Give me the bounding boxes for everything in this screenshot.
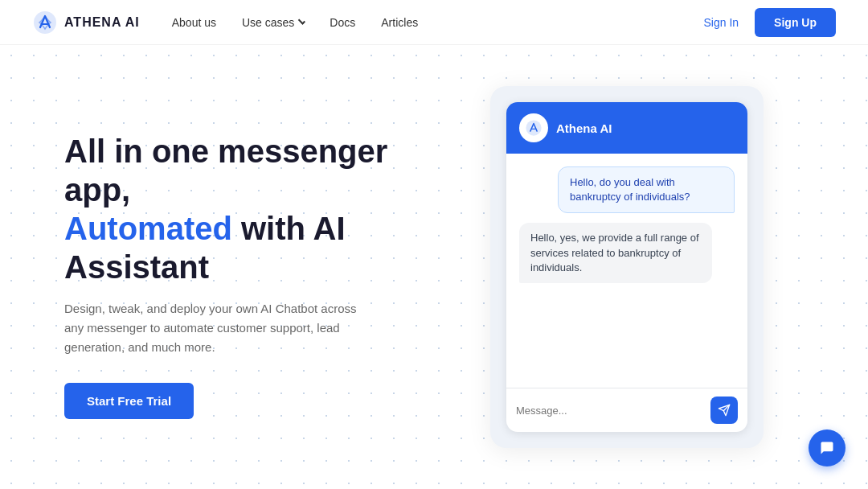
hero-description: Design, tweak, and deploy your own AI Ch…: [64, 299, 370, 357]
chat-header: Athena AI: [506, 102, 747, 154]
chat-bot-name: Athena AI: [556, 121, 612, 135]
nav-links: About us Use cases Docs Articles: [172, 16, 704, 29]
navbar: ATHENA AI About us Use cases Docs Articl…: [0, 0, 868, 45]
logo[interactable]: ATHENA AI: [32, 10, 140, 35]
hero-section: All in one messenger app, Automated with…: [64, 116, 418, 419]
nav-articles[interactable]: Articles: [381, 16, 418, 29]
signin-link[interactable]: Sign In: [704, 16, 739, 29]
float-chat-button[interactable]: [809, 429, 845, 466]
trial-button[interactable]: Start Free Trial: [64, 383, 194, 419]
nav-docs[interactable]: Docs: [330, 16, 355, 29]
user-message: Hello, do you deal with bankruptcy of in…: [558, 166, 735, 213]
send-icon: [718, 404, 731, 417]
chat-input-area: [506, 388, 747, 432]
svg-point-0: [34, 11, 56, 34]
chat-avatar: [519, 113, 548, 142]
bot-message: Hello, yes, we provide a full range of s…: [519, 223, 712, 283]
athena-logo-icon: [525, 119, 542, 137]
chat-body: Hello, do you deal with bankruptcy of in…: [506, 154, 747, 388]
main-content: All in one messenger app, Automated with…: [0, 45, 868, 489]
chat-mockup-section: Athena AI Hello, do you deal with bankru…: [418, 86, 804, 448]
nav-use-cases[interactable]: Use cases: [242, 16, 304, 29]
chat-phone-frame: Athena AI Hello, do you deal with bankru…: [490, 86, 764, 448]
hero-title: All in one messenger app, Automated with…: [64, 132, 418, 286]
svg-point-1: [526, 120, 541, 135]
nav-about[interactable]: About us: [172, 16, 216, 29]
message-input[interactable]: [516, 405, 704, 417]
nav-actions: Sign In Sign Up: [704, 8, 836, 37]
chat-bubble-icon: [819, 440, 835, 456]
signup-button[interactable]: Sign Up: [755, 8, 836, 37]
send-button[interactable]: [710, 397, 738, 424]
chat-window: Athena AI Hello, do you deal with bankru…: [506, 102, 747, 432]
logo-icon: [32, 10, 58, 35]
logo-text: ATHENA AI: [64, 15, 140, 30]
chevron-down-icon: [298, 17, 305, 24]
